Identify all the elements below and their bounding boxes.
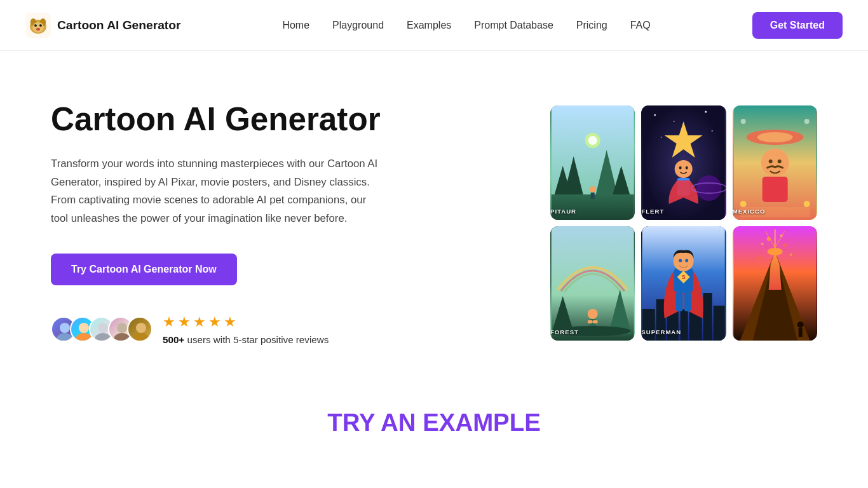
star-4: ★ xyxy=(208,313,221,330)
nav-examples[interactable]: Examples xyxy=(407,20,451,30)
card-illustration xyxy=(641,105,726,220)
card-illustration xyxy=(733,226,817,341)
get-started-button[interactable]: Get Started xyxy=(752,12,843,39)
brand-icon xyxy=(25,13,51,38)
image-label-pitaur: PITAUR xyxy=(550,208,576,215)
svg-point-32 xyxy=(674,121,675,122)
star-5: ★ xyxy=(224,313,236,330)
svg-point-51 xyxy=(740,201,746,207)
svg-text:S: S xyxy=(682,274,686,280)
try-example-section: TRY AN EXAMPLE xyxy=(0,383,868,437)
image-card-superman: S SUPERMAN xyxy=(641,226,726,341)
svg-point-18 xyxy=(136,323,146,333)
card-illustration xyxy=(550,105,635,220)
svg-point-4 xyxy=(32,22,44,32)
review-text: 500+ users with 5-star positive reviews xyxy=(163,334,329,345)
svg-rect-50 xyxy=(762,177,787,202)
svg-point-9 xyxy=(41,24,41,24)
svg-point-53 xyxy=(740,119,745,124)
svg-point-37 xyxy=(675,160,693,178)
image-label-flert: FLERT xyxy=(641,208,664,215)
svg-rect-65 xyxy=(642,309,655,341)
svg-point-8 xyxy=(36,24,36,24)
svg-point-89 xyxy=(789,254,792,256)
svg-point-29 xyxy=(588,136,597,145)
svg-point-39 xyxy=(679,166,682,170)
reviews-info: ★ ★ ★ ★ ★ 500+ users with 5-star positiv… xyxy=(163,313,329,345)
review-suffix: users with 5-star positive reviews xyxy=(187,334,329,345)
hero-section: Cartoon AI Generator Transform your word… xyxy=(0,51,868,383)
svg-point-31 xyxy=(654,114,656,116)
svg-point-76 xyxy=(679,259,682,262)
star-1: ★ xyxy=(163,313,175,330)
svg-rect-27 xyxy=(591,193,595,199)
svg-point-41 xyxy=(696,175,722,201)
svg-rect-79 xyxy=(684,292,691,311)
hero-image-grid: PITAUR xyxy=(550,105,817,341)
svg-point-35 xyxy=(661,137,662,138)
hero-title: Cartoon AI Generator xyxy=(51,102,381,137)
svg-point-90 xyxy=(757,257,761,260)
star-3: ★ xyxy=(193,313,206,330)
image-label-mexicco: MEXICCO xyxy=(733,208,766,215)
nav-links: Home Playground Examples Prompt Database… xyxy=(282,20,650,31)
svg-point-77 xyxy=(685,259,688,262)
navbar: Cartoon AI Generator Home Playground Exa… xyxy=(0,0,868,51)
hero-content: Cartoon AI Generator Transform your word… xyxy=(51,102,381,345)
svg-point-33 xyxy=(705,111,707,113)
stars-row: ★ ★ ★ ★ ★ xyxy=(163,313,329,330)
avatar xyxy=(127,316,153,342)
svg-point-49 xyxy=(777,159,781,163)
svg-point-10 xyxy=(60,323,70,333)
nav-pricing[interactable]: Pricing xyxy=(576,20,607,30)
cta-button[interactable]: Try Cartoon AI Generator Now xyxy=(51,254,237,285)
star-2: ★ xyxy=(178,313,191,330)
nav-home[interactable]: Home xyxy=(282,20,309,30)
svg-point-14 xyxy=(98,323,108,333)
avatar-stack xyxy=(51,316,153,342)
svg-rect-92 xyxy=(798,328,802,337)
svg-rect-46 xyxy=(765,137,784,140)
svg-point-54 xyxy=(804,119,809,124)
svg-point-34 xyxy=(712,130,713,132)
nav-faq[interactable]: FAQ xyxy=(630,20,651,30)
brand-name: Cartoon AI Generator xyxy=(57,18,180,32)
svg-point-26 xyxy=(590,186,596,193)
image-label-forest: FOREST xyxy=(550,329,579,336)
image-card-forest: FOREST xyxy=(550,226,635,341)
svg-point-91 xyxy=(797,322,803,328)
image-card-pitaur: PITAUR xyxy=(550,105,635,220)
card-illustration: S xyxy=(641,226,726,341)
svg-point-19 xyxy=(133,333,149,342)
svg-rect-70 xyxy=(703,293,712,341)
nav-playground[interactable]: Playground xyxy=(332,20,384,30)
svg-point-12 xyxy=(79,323,89,333)
nav-prompt-database[interactable]: Prompt Database xyxy=(474,20,553,30)
try-example-title: TRY AN EXAMPLE xyxy=(25,409,843,437)
svg-point-88 xyxy=(761,243,763,245)
svg-point-84 xyxy=(767,248,782,255)
image-card-mexicco: MEXICCO xyxy=(733,105,817,220)
svg-point-47 xyxy=(761,149,789,177)
image-label-superman: SUPERMAN xyxy=(641,329,681,336)
svg-point-16 xyxy=(117,323,127,333)
svg-rect-71 xyxy=(714,306,725,341)
svg-point-87 xyxy=(782,243,786,247)
svg-point-75 xyxy=(674,251,694,271)
hero-description: Transform your words into stunning maste… xyxy=(51,155,381,227)
svg-rect-62 xyxy=(593,320,598,323)
svg-point-6 xyxy=(39,24,42,27)
image-card-volcano xyxy=(733,226,817,341)
svg-point-48 xyxy=(768,159,772,163)
reviews-row: ★ ★ ★ ★ ★ 500+ users with 5-star positiv… xyxy=(51,313,381,345)
image-card-flert: FLERT xyxy=(641,105,726,220)
svg-point-5 xyxy=(34,24,37,27)
card-illustration xyxy=(550,226,635,341)
svg-rect-61 xyxy=(588,320,593,323)
svg-point-7 xyxy=(36,28,40,30)
svg-rect-78 xyxy=(676,292,683,311)
review-count: 500+ xyxy=(163,334,184,345)
svg-point-40 xyxy=(686,166,688,170)
svg-point-59 xyxy=(588,309,598,319)
brand-logo[interactable]: Cartoon AI Generator xyxy=(25,13,180,38)
